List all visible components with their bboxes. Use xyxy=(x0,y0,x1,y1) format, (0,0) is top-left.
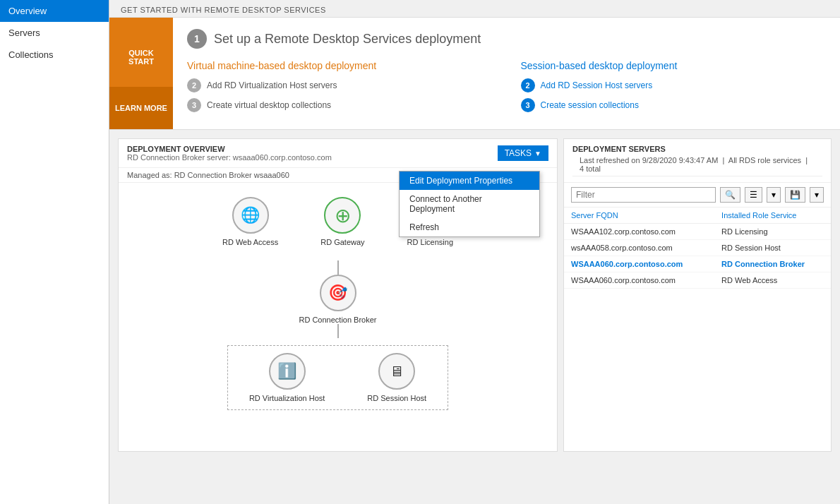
vm-step-2-num: 2 xyxy=(187,78,201,92)
more-button[interactable]: ▾ xyxy=(810,187,824,203)
deployment-overview-panel: DEPLOYMENT OVERVIEW RD Connection Broker… xyxy=(118,138,558,452)
search-button[interactable]: 🔍 xyxy=(720,187,740,203)
connector-broker-down xyxy=(337,324,339,338)
col-installed-role: Installed Role Service xyxy=(714,208,831,224)
deployment-servers-title-group: DEPLOYMENT SERVERS Last refreshed on 9/2… xyxy=(572,145,822,176)
session-step-2: 2 Add RD Session Host servers xyxy=(521,78,827,92)
session-col-title: Session-based desktop deployment xyxy=(521,60,827,71)
deployment-servers-header: DEPLOYMENT SERVERS Last refreshed on 9/2… xyxy=(564,139,831,183)
server-fqdn-cell: WSAAA060.corp.contoso.com xyxy=(564,256,714,272)
step-number: 1 xyxy=(187,29,207,49)
sidebar-item-servers[interactable]: Servers xyxy=(0,22,109,44)
session-step-2-num: 2 xyxy=(521,78,535,92)
vm-col-title: Virtual machine-based desktop deployment xyxy=(187,60,493,71)
chevron-down-button[interactable]: ▾ xyxy=(767,187,781,203)
deployment-overview-title: DEPLOYMENT OVERVIEW xyxy=(127,145,332,153)
vm-step-3: 3 Create virtual desktop collections xyxy=(187,98,493,112)
deployment-overview-subtitle: RD Connection Broker server: wsaaa060.co… xyxy=(127,153,332,162)
servers-table: Server FQDN Installed Role Service WSAAA… xyxy=(564,208,831,289)
rd-web-access-node: 🌐 RD Web Access xyxy=(222,197,278,246)
qs-left-panel: QUICK START LEARN MORE xyxy=(109,18,173,129)
sidebar-item-collections[interactable]: Collections xyxy=(0,44,109,66)
top-banner: GET STARTED WITH REMOTE DESKTOP SERVICES xyxy=(109,0,840,18)
vm-step-3-num: 3 xyxy=(187,98,201,112)
dashed-box: ℹ️ RD Virtualization Host 🖥 RD Session H… xyxy=(227,345,448,410)
servers-table-header-row: Server FQDN Installed Role Service xyxy=(564,208,831,224)
qs-step-header: 1 Set up a Remote Desktop Services deplo… xyxy=(187,29,826,49)
plus-icon: ⊕ xyxy=(335,204,351,227)
save-button[interactable]: 💾 xyxy=(785,187,805,203)
session-step-3: 3 Create session collections xyxy=(521,98,827,112)
connector-top-to-broker xyxy=(337,260,339,275)
rd-connection-broker-icon: 🎯 xyxy=(320,275,356,311)
add-rd-session-host-link[interactable]: Add RD Session Host servers xyxy=(541,80,653,90)
rd-virt-host-icon: ℹ️ xyxy=(269,353,306,390)
deployment-overview-title-group: DEPLOYMENT OVERVIEW RD Connection Broker… xyxy=(127,145,332,162)
tasks-button[interactable]: TASKS ▼ xyxy=(498,145,548,161)
server-fqdn-cell: WSAAA102.corp.contoso.com xyxy=(564,224,714,240)
dropdown-item-refresh[interactable]: Refresh xyxy=(400,218,539,236)
deployment-servers-title: DEPLOYMENT SERVERS xyxy=(572,145,822,153)
dropdown-item-edit[interactable]: Edit Deployment Properties xyxy=(400,172,539,190)
filter-input[interactable] xyxy=(571,187,716,203)
bottom-section: DEPLOYMENT OVERVIEW RD Connection Broker… xyxy=(109,130,840,460)
col-server-fqdn: Server FQDN xyxy=(564,208,714,224)
vm-step-2: 2 Add RD Virtualization Host servers xyxy=(187,78,493,92)
rd-virt-host-node: ℹ️ RD Virtualization Host xyxy=(249,353,325,402)
server-fqdn-cell: WSAAA060.corp.contoso.com xyxy=(564,272,714,289)
table-row[interactable]: WSAAA060.corp.contoso.com RD Web Access xyxy=(564,272,831,289)
tasks-dropdown: Edit Deployment Properties Connect to An… xyxy=(399,171,540,237)
diagram-middle-row: 🎯 RD Connection Broker xyxy=(133,275,543,324)
rd-gateway-icon: ⊕ xyxy=(324,197,361,234)
rd-gateway-node: ⊕ RD Gateway xyxy=(320,197,364,246)
sidebar: Overview Servers Collections xyxy=(0,0,109,504)
rd-session-host-node: 🖥 RD Session Host xyxy=(367,353,426,402)
quickstart-section: QUICK START LEARN MORE 1 Set up a Remote… xyxy=(109,18,840,130)
view-toggle-button[interactable]: ☰ xyxy=(745,187,762,203)
table-row[interactable]: WSAAA102.corp.contoso.com RD Licensing xyxy=(564,224,831,240)
sidebar-item-overview[interactable]: Overview xyxy=(0,0,109,22)
servers-info: Last refreshed on 9/28/2020 9:43:47 AM |… xyxy=(572,153,822,176)
tasks-area: TASKS ▼ Edit Deployment Properties Conne… xyxy=(498,145,548,161)
deployment-servers-panel: DEPLOYMENT SERVERS Last refreshed on 9/2… xyxy=(563,138,832,452)
deployment-overview-header: DEPLOYMENT OVERVIEW RD Connection Broker… xyxy=(119,139,557,168)
main-content: GET STARTED WITH REMOTE DESKTOP SERVICES… xyxy=(109,0,840,504)
dropdown-item-connect[interactable]: Connect to Another Deployment xyxy=(400,190,539,218)
filter-row: 🔍 ☰ ▾ 💾 ▾ xyxy=(564,183,831,208)
create-session-collections-link[interactable]: Create session collections xyxy=(541,100,639,110)
server-role-cell: RD Licensing xyxy=(714,224,831,240)
session-step-3-num: 3 xyxy=(521,98,535,112)
table-row[interactable]: wsAAA058.corp.contoso.com RD Session Hos… xyxy=(564,240,831,256)
table-row[interactable]: WSAAA060.corp.contoso.com RD Connection … xyxy=(564,256,831,272)
dashed-box-container: ℹ️ RD Virtualization Host 🖥 RD Session H… xyxy=(133,338,543,410)
server-role-cell: RD Web Access xyxy=(714,272,831,289)
tasks-chevron-icon: ▼ xyxy=(534,150,541,157)
step-title: Set up a Remote Desktop Services deploym… xyxy=(214,32,481,47)
session-col: Session-based desktop deployment 2 Add R… xyxy=(521,60,827,118)
vm-col: Virtual machine-based desktop deployment… xyxy=(187,60,493,118)
learn-more-label[interactable]: LEARN MORE xyxy=(109,87,173,129)
rd-connection-broker-node: 🎯 RD Connection Broker xyxy=(299,275,376,324)
rd-session-host-icon: 🖥 xyxy=(378,353,415,390)
server-role-cell: RD Session Host xyxy=(714,240,831,256)
server-fqdn-cell: wsAAA058.corp.contoso.com xyxy=(564,240,714,256)
rd-web-access-icon: 🌐 xyxy=(232,197,269,234)
quick-start-label: QUICK START xyxy=(109,18,173,87)
server-role-cell: RD Connection Broker xyxy=(714,256,831,272)
